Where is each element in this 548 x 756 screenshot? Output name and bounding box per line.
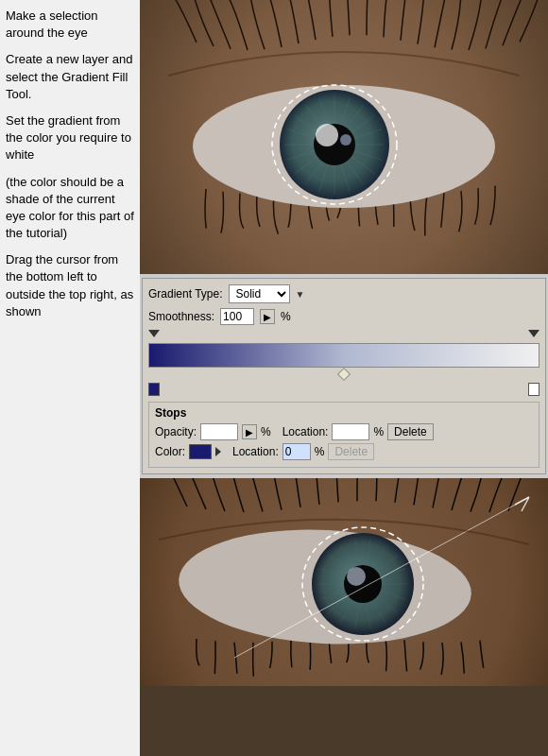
gradient-editor-panel: Gradient Type: Solid Noise ▼ Smoothness:… bbox=[142, 278, 546, 474]
opacity-increment-btn[interactable]: ▶ bbox=[242, 424, 257, 439]
color-delete-btn: Delete bbox=[328, 443, 374, 460]
bottom-handles bbox=[148, 383, 539, 398]
opacity-location-unit: % bbox=[373, 425, 384, 438]
opacity-row: Opacity: ▶ % Location: % Delete bbox=[155, 423, 533, 440]
smoothness-row: Smoothness: ▶ % bbox=[148, 308, 539, 325]
stops-title: Stops bbox=[155, 406, 533, 420]
gradient-bar[interactable] bbox=[148, 343, 539, 368]
right-top-handle[interactable] bbox=[528, 330, 539, 337]
color-location-label: Location: bbox=[232, 445, 279, 458]
smoothness-increment-btn[interactable]: ▶ bbox=[260, 309, 275, 324]
opacity-unit: % bbox=[261, 425, 271, 438]
opacity-location-label: Location: bbox=[283, 425, 329, 438]
step3-text: Set the gradient from the color you requ… bbox=[6, 112, 134, 164]
opacity-label: Opacity: bbox=[155, 425, 197, 438]
eye-bottom-image bbox=[140, 478, 548, 756]
left-color-handle[interactable] bbox=[148, 383, 160, 396]
left-top-handle[interactable] bbox=[148, 330, 160, 337]
instructions-panel: Make a selection around the eye Create a… bbox=[0, 0, 140, 756]
midpoint-diamond[interactable] bbox=[337, 368, 351, 381]
eye-top-image bbox=[140, 0, 548, 274]
step5-text: Drag the cursor from the bottom left to … bbox=[6, 251, 134, 320]
right-color-handle[interactable] bbox=[528, 383, 539, 396]
step2-text: Create a new layer and select the Gradie… bbox=[6, 51, 134, 103]
dropdown-arrow-icon: ▼ bbox=[296, 289, 305, 300]
gradient-bar-container bbox=[148, 330, 539, 398]
step1-text: Make a selection around the eye bbox=[6, 8, 134, 42]
stops-group: Stops Opacity: ▶ % Location: % Delete Co… bbox=[148, 402, 539, 468]
smoothness-label: Smoothness: bbox=[148, 310, 214, 323]
color-label: Color: bbox=[155, 445, 185, 458]
smoothness-unit: % bbox=[281, 310, 291, 323]
diamond-handle-row bbox=[148, 369, 539, 381]
opacity-delete-btn[interactable]: Delete bbox=[387, 423, 434, 440]
top-handles bbox=[148, 330, 539, 343]
opacity-location-input[interactable] bbox=[332, 423, 369, 440]
color-location-unit2: % bbox=[315, 445, 325, 458]
color-location-input[interactable] bbox=[283, 443, 311, 460]
opacity-input[interactable] bbox=[200, 423, 238, 440]
right-panel: Gradient Type: Solid Noise ▼ Smoothness:… bbox=[140, 0, 548, 756]
color-row: Color: Location: % Delete bbox=[155, 443, 533, 460]
gradient-type-row: Gradient Type: Solid Noise ▼ bbox=[148, 284, 539, 303]
color-arrow-btn[interactable] bbox=[215, 447, 221, 456]
smoothness-input[interactable] bbox=[220, 308, 254, 325]
color-swatch[interactable] bbox=[189, 444, 212, 459]
gradient-type-label: Gradient Type: bbox=[148, 287, 223, 301]
step4-text: (the color should be a shade of the curr… bbox=[6, 174, 134, 243]
gradient-type-dropdown[interactable]: Solid Noise bbox=[229, 284, 290, 303]
